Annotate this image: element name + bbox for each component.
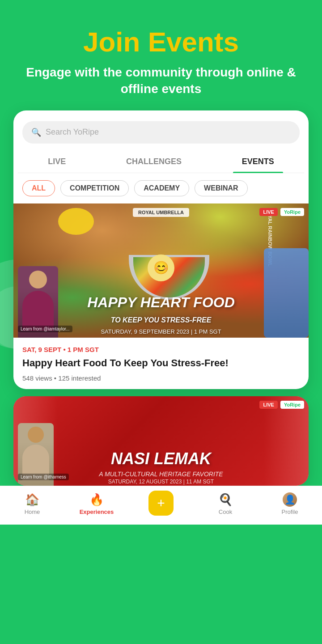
header-section: Join Events Engage with the community th… [0,0,322,110]
filter-competition[interactable]: COMPETITION [60,180,129,196]
live-badge: LIVE [259,208,277,216]
live-badges-2: LIVE YoRipe [259,401,304,409]
brand-badge: YoRipe [280,208,304,216]
nasi-date: SATURDAY, 12 AUGUST 2023 | 11 AM SGT [13,479,309,485]
live-badge-2: LIVE [259,401,277,409]
nav-item-create[interactable]: + [143,491,179,517]
event-info-1: SAT, 9 SEPT • 1 PM SGT Happy Heart Food … [13,338,309,389]
smiley-face: 😊 [148,254,174,281]
tab-bar: LIVE CHALLENGES EVENTS [18,151,304,173]
nav-item-home[interactable]: 🏠 Home [14,493,50,515]
filter-webinar[interactable]: WEBINAR [195,180,247,196]
tab-live[interactable]: LIVE [39,151,75,173]
lemon-decoration [58,208,94,235]
profile-avatar: 👤 [283,492,297,507]
nasi-lemak-subtitle: A MULTI-CULTURAL HERITAGE FAVORITE [13,470,309,478]
nav-item-profile[interactable]: 👤 Profile [272,492,308,515]
brand-badge-2: YoRipe [280,401,304,409]
event-card-1[interactable]: ROYAL UMBRELLA ROYAL RAINBOW BOWL 😊 Lear… [13,203,309,389]
nav-item-experiences[interactable]: 🔥 Experiences [79,493,114,515]
event-date-1: SAT, 9 SEPT • 1 PM SGT [22,346,300,353]
nav-label-home: Home [25,508,40,515]
event-title-1: Happy Heart Food To Keep You Stress-Free… [22,357,300,370]
bottom-nav-container: 🏠 Home 🔥 Experiences + 🍳 Cook 👤 Profile [0,486,322,525]
filter-academy[interactable]: ACADEMY [134,180,189,196]
presenter-head-2 [28,427,44,443]
nav-item-cook[interactable]: 🍳 Cook [208,493,243,515]
page-subtitle: Engage with the community through online… [18,64,304,97]
nav-label-experiences: Experiences [80,508,114,515]
nav-label-cook: Cook [219,508,232,515]
create-button[interactable]: + [148,491,174,516]
home-icon: 🏠 [25,493,39,507]
cook-icon: 🍳 [218,493,233,507]
event-image-2: Learn from @itharness LIVE YoRipe NASI L… [13,396,309,486]
event-stats-1: 548 views • 125 interested [22,374,300,382]
nasi-lemak-title: NASI LEMAK [13,450,309,468]
bottom-nav: 🏠 Home 🔥 Experiences + 🍳 Cook 👤 Profile [0,486,322,525]
experiences-icon: 🔥 [89,493,104,507]
search-placeholder: Search YoRipe [46,127,99,137]
tab-challenges[interactable]: CHALLENGES [117,151,191,173]
page-title: Join Events [18,27,304,57]
search-icon: 🔍 [31,127,41,137]
create-plus-icon: + [157,496,165,511]
filter-pills: ALL COMPETITION ACADEMY WEBINAR [13,173,309,203]
main-card: 🔍 Search YoRipe LIVE CHALLENGES EVENTS A… [13,110,309,389]
presenter-head [29,271,47,288]
event-image-1: ROYAL UMBRELLA ROYAL RAINBOW BOWL 😊 Lear… [13,203,309,338]
filter-all[interactable]: ALL [22,180,55,196]
royal-brand-banner: ROYAL UMBRELLA [133,208,189,217]
nav-label-profile: Profile [282,508,298,515]
rice-package [264,248,309,338]
event-banner-date: SATURDAY, 9 SEPTEMBER 2023 | 1 PM SGT [13,328,309,335]
event-banner-title: HAPPY HEART FOOD [13,294,309,311]
live-badges: LIVE YoRipe [259,208,304,216]
event-card-2[interactable]: Learn from @itharness LIVE YoRipe NASI L… [13,396,309,486]
tab-events[interactable]: EVENTS [233,151,283,173]
event-banner-subtitle: TO KEEP YOU STRESS-FREE [13,316,309,324]
search-bar[interactable]: 🔍 Search YoRipe [22,121,300,144]
profile-icon: 👤 [284,494,296,505]
